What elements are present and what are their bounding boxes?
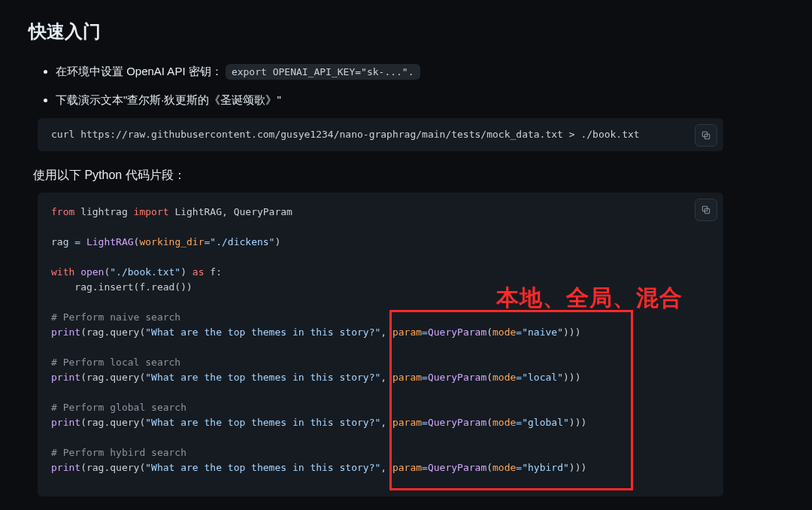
inline-code-env: export OPENAI_API_KEY="sk-...". xyxy=(226,64,420,80)
copy-button[interactable] xyxy=(695,199,717,221)
curl-command: curl https://raw.githubusercontent.com/g… xyxy=(51,127,710,142)
copy-icon xyxy=(701,130,711,141)
copy-icon xyxy=(701,205,711,215)
bullet-list: 在环境中设置 OpenAI API 密钥： export OPENAI_API_… xyxy=(6,54,756,109)
code-block-curl: curl https://raw.githubusercontent.com/g… xyxy=(38,118,723,151)
section-heading: 快速入门 xyxy=(6,0,756,54)
sub-heading: 使用以下 Python 代码片段： xyxy=(33,168,756,184)
bullet-demo: 下载演示文本"查尔斯·狄更斯的《圣诞颂歌》" xyxy=(56,90,756,110)
copy-button[interactable] xyxy=(695,124,717,147)
document-root: 快速入门 在环境中设置 OpenAI API 密钥： export OPENAI… xyxy=(6,0,756,496)
bullet-env: 在环境中设置 OpenAI API 密钥： export OPENAI_API_… xyxy=(56,62,756,81)
code-block-python: from lightrag import LightRAG, QueryPara… xyxy=(38,193,723,496)
bullet-env-text: 在环境中设置 OpenAI API 密钥： xyxy=(56,65,223,77)
python-code: from lightrag import LightRAG, QueryPara… xyxy=(51,205,710,475)
